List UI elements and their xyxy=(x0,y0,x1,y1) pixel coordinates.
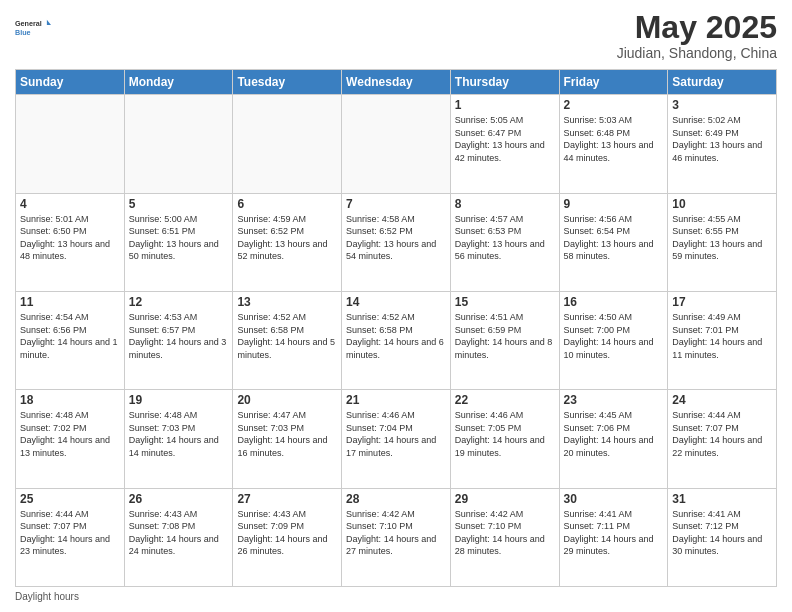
day-number: 27 xyxy=(237,492,337,506)
day-number: 23 xyxy=(564,393,664,407)
day-number: 7 xyxy=(346,197,446,211)
calendar-cell: 12Sunrise: 4:53 AMSunset: 6:57 PMDayligh… xyxy=(124,291,233,389)
calendar-header-row: SundayMondayTuesdayWednesdayThursdayFrid… xyxy=(16,70,777,95)
day-number: 8 xyxy=(455,197,555,211)
calendar-week-row: 11Sunrise: 4:54 AMSunset: 6:56 PMDayligh… xyxy=(16,291,777,389)
day-info: Sunrise: 4:41 AMSunset: 7:11 PMDaylight:… xyxy=(564,508,664,558)
footer-note: Daylight hours xyxy=(15,591,777,602)
day-number: 4 xyxy=(20,197,120,211)
day-number: 16 xyxy=(564,295,664,309)
calendar-week-row: 18Sunrise: 4:48 AMSunset: 7:02 PMDayligh… xyxy=(16,390,777,488)
day-info: Sunrise: 5:02 AMSunset: 6:49 PMDaylight:… xyxy=(672,114,772,164)
title-block: May 2025 Jiudian, Shandong, China xyxy=(617,10,777,61)
day-number: 31 xyxy=(672,492,772,506)
day-info: Sunrise: 4:44 AMSunset: 7:07 PMDaylight:… xyxy=(20,508,120,558)
day-info: Sunrise: 4:54 AMSunset: 6:56 PMDaylight:… xyxy=(20,311,120,361)
calendar-day-header: Friday xyxy=(559,70,668,95)
day-number: 20 xyxy=(237,393,337,407)
day-number: 25 xyxy=(20,492,120,506)
day-info: Sunrise: 5:00 AMSunset: 6:51 PMDaylight:… xyxy=(129,213,229,263)
day-info: Sunrise: 5:01 AMSunset: 6:50 PMDaylight:… xyxy=(20,213,120,263)
calendar-cell: 8Sunrise: 4:57 AMSunset: 6:53 PMDaylight… xyxy=(450,193,559,291)
logo: General Blue xyxy=(15,10,51,46)
calendar-cell: 28Sunrise: 4:42 AMSunset: 7:10 PMDayligh… xyxy=(342,488,451,586)
day-number: 30 xyxy=(564,492,664,506)
day-number: 22 xyxy=(455,393,555,407)
day-number: 6 xyxy=(237,197,337,211)
day-info: Sunrise: 4:42 AMSunset: 7:10 PMDaylight:… xyxy=(455,508,555,558)
day-info: Sunrise: 4:56 AMSunset: 6:54 PMDaylight:… xyxy=(564,213,664,263)
day-info: Sunrise: 4:52 AMSunset: 6:58 PMDaylight:… xyxy=(237,311,337,361)
calendar-cell xyxy=(233,95,342,193)
day-info: Sunrise: 4:53 AMSunset: 6:57 PMDaylight:… xyxy=(129,311,229,361)
day-info: Sunrise: 4:46 AMSunset: 7:05 PMDaylight:… xyxy=(455,409,555,459)
day-number: 11 xyxy=(20,295,120,309)
calendar-cell: 15Sunrise: 4:51 AMSunset: 6:59 PMDayligh… xyxy=(450,291,559,389)
calendar-day-header: Thursday xyxy=(450,70,559,95)
calendar-cell: 7Sunrise: 4:58 AMSunset: 6:52 PMDaylight… xyxy=(342,193,451,291)
day-info: Sunrise: 4:44 AMSunset: 7:07 PMDaylight:… xyxy=(672,409,772,459)
day-info: Sunrise: 4:41 AMSunset: 7:12 PMDaylight:… xyxy=(672,508,772,558)
day-number: 3 xyxy=(672,98,772,112)
calendar-cell: 11Sunrise: 4:54 AMSunset: 6:56 PMDayligh… xyxy=(16,291,125,389)
calendar-cell: 30Sunrise: 4:41 AMSunset: 7:11 PMDayligh… xyxy=(559,488,668,586)
day-info: Sunrise: 4:46 AMSunset: 7:04 PMDaylight:… xyxy=(346,409,446,459)
calendar-cell: 17Sunrise: 4:49 AMSunset: 7:01 PMDayligh… xyxy=(668,291,777,389)
day-number: 18 xyxy=(20,393,120,407)
day-info: Sunrise: 4:57 AMSunset: 6:53 PMDaylight:… xyxy=(455,213,555,263)
day-number: 10 xyxy=(672,197,772,211)
calendar-day-header: Monday xyxy=(124,70,233,95)
svg-text:Blue: Blue xyxy=(15,28,31,37)
day-info: Sunrise: 4:51 AMSunset: 6:59 PMDaylight:… xyxy=(455,311,555,361)
calendar-cell xyxy=(16,95,125,193)
day-number: 12 xyxy=(129,295,229,309)
day-number: 29 xyxy=(455,492,555,506)
day-number: 17 xyxy=(672,295,772,309)
calendar-cell: 20Sunrise: 4:47 AMSunset: 7:03 PMDayligh… xyxy=(233,390,342,488)
day-info: Sunrise: 4:55 AMSunset: 6:55 PMDaylight:… xyxy=(672,213,772,263)
calendar-day-header: Sunday xyxy=(16,70,125,95)
day-number: 26 xyxy=(129,492,229,506)
day-info: Sunrise: 4:52 AMSunset: 6:58 PMDaylight:… xyxy=(346,311,446,361)
calendar-cell: 21Sunrise: 4:46 AMSunset: 7:04 PMDayligh… xyxy=(342,390,451,488)
calendar-cell: 29Sunrise: 4:42 AMSunset: 7:10 PMDayligh… xyxy=(450,488,559,586)
day-number: 5 xyxy=(129,197,229,211)
day-number: 24 xyxy=(672,393,772,407)
calendar-cell: 23Sunrise: 4:45 AMSunset: 7:06 PMDayligh… xyxy=(559,390,668,488)
page: General Blue May 2025 Jiudian, Shandong,… xyxy=(0,0,792,612)
day-number: 14 xyxy=(346,295,446,309)
calendar-cell: 24Sunrise: 4:44 AMSunset: 7:07 PMDayligh… xyxy=(668,390,777,488)
calendar-week-row: 25Sunrise: 4:44 AMSunset: 7:07 PMDayligh… xyxy=(16,488,777,586)
header: General Blue May 2025 Jiudian, Shandong,… xyxy=(15,10,777,61)
day-info: Sunrise: 5:03 AMSunset: 6:48 PMDaylight:… xyxy=(564,114,664,164)
calendar-cell: 31Sunrise: 4:41 AMSunset: 7:12 PMDayligh… xyxy=(668,488,777,586)
calendar-cell: 13Sunrise: 4:52 AMSunset: 6:58 PMDayligh… xyxy=(233,291,342,389)
calendar-cell: 25Sunrise: 4:44 AMSunset: 7:07 PMDayligh… xyxy=(16,488,125,586)
svg-marker-2 xyxy=(47,20,51,25)
calendar-cell: 26Sunrise: 4:43 AMSunset: 7:08 PMDayligh… xyxy=(124,488,233,586)
day-info: Sunrise: 4:42 AMSunset: 7:10 PMDaylight:… xyxy=(346,508,446,558)
day-number: 1 xyxy=(455,98,555,112)
day-number: 9 xyxy=(564,197,664,211)
day-info: Sunrise: 5:05 AMSunset: 6:47 PMDaylight:… xyxy=(455,114,555,164)
day-number: 13 xyxy=(237,295,337,309)
logo-svg: General Blue xyxy=(15,10,51,46)
svg-text:General: General xyxy=(15,19,42,28)
calendar-cell: 19Sunrise: 4:48 AMSunset: 7:03 PMDayligh… xyxy=(124,390,233,488)
day-info: Sunrise: 4:48 AMSunset: 7:03 PMDaylight:… xyxy=(129,409,229,459)
calendar-cell: 1Sunrise: 5:05 AMSunset: 6:47 PMDaylight… xyxy=(450,95,559,193)
calendar-day-header: Wednesday xyxy=(342,70,451,95)
day-info: Sunrise: 4:48 AMSunset: 7:02 PMDaylight:… xyxy=(20,409,120,459)
day-number: 28 xyxy=(346,492,446,506)
daylight-hours-label: Daylight hours xyxy=(15,591,79,602)
calendar-cell: 22Sunrise: 4:46 AMSunset: 7:05 PMDayligh… xyxy=(450,390,559,488)
calendar-cell: 18Sunrise: 4:48 AMSunset: 7:02 PMDayligh… xyxy=(16,390,125,488)
calendar-cell xyxy=(124,95,233,193)
day-number: 21 xyxy=(346,393,446,407)
calendar-cell xyxy=(342,95,451,193)
calendar-cell: 27Sunrise: 4:43 AMSunset: 7:09 PMDayligh… xyxy=(233,488,342,586)
calendar-week-row: 1Sunrise: 5:05 AMSunset: 6:47 PMDaylight… xyxy=(16,95,777,193)
calendar-cell: 4Sunrise: 5:01 AMSunset: 6:50 PMDaylight… xyxy=(16,193,125,291)
calendar-day-header: Tuesday xyxy=(233,70,342,95)
day-info: Sunrise: 4:43 AMSunset: 7:09 PMDaylight:… xyxy=(237,508,337,558)
